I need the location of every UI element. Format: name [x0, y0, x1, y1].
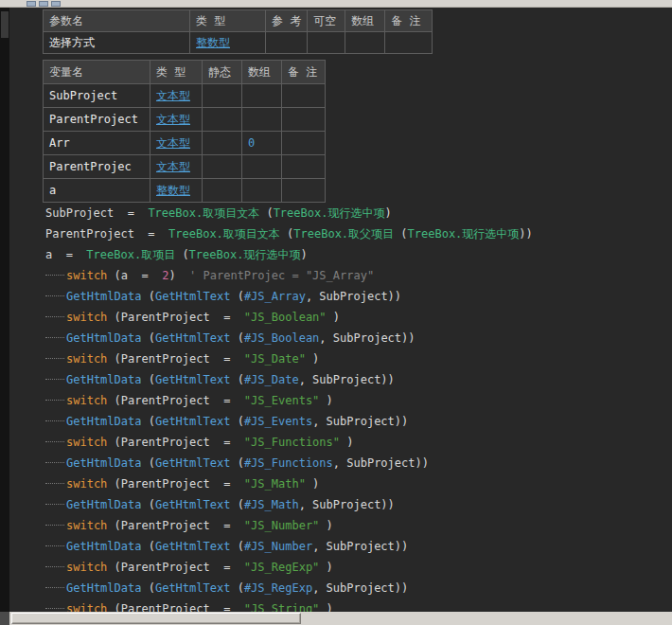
var-cell-static[interactable]	[203, 108, 242, 132]
code-token: , SubProject))	[333, 456, 429, 470]
code-area[interactable]: SubProject = TreeBox.取项目文本 (TreeBox.现行选中…	[45, 203, 670, 612]
code-token: (ParentProject =	[107, 602, 244, 612]
code-token: (	[230, 540, 243, 553]
code-token: TreeBox.现行选中项	[274, 206, 385, 220]
var-cell-type[interactable]: 文本型	[150, 132, 203, 155]
code-token: "JS_Math"	[244, 477, 306, 491]
code-line[interactable]: switch (ParentProject = "JS_Events" )	[45, 390, 670, 411]
code-line[interactable]: switch (ParentProject = "JS_Functions" )	[45, 432, 670, 453]
code-token: SubProject =	[45, 206, 148, 220]
var-cell-type[interactable]: 文本型	[150, 155, 203, 179]
code-token: (	[141, 331, 154, 345]
code-token: #JS_Number	[244, 540, 312, 553]
var-cell-static[interactable]	[203, 179, 242, 203]
code-line[interactable]: GetHtmlData (GetHtmlText (#JS_Events, Su…	[45, 411, 670, 432]
code-token: (	[141, 373, 154, 386]
code-line[interactable]: switch (ParentProject = "JS_RegExp" )	[45, 557, 670, 578]
code-token: GetHtmlText	[155, 415, 230, 428]
var-cell-remark[interactable]	[282, 155, 326, 179]
var-cell-array[interactable]	[242, 84, 282, 108]
code-token: )	[319, 519, 332, 532]
var-row: Arr 文本型 0	[44, 132, 326, 155]
code-token: "JS_Date"	[244, 352, 306, 366]
param-cell-type[interactable]: 整数型	[190, 32, 266, 54]
var-cell-type[interactable]: 整数型	[150, 179, 203, 203]
param-cell-nullable[interactable]	[308, 32, 345, 54]
code-token: )	[300, 248, 307, 261]
code-line[interactable]: switch (ParentProject = "JS_Number" )	[45, 515, 670, 536]
code-token: (	[141, 498, 154, 511]
var-cell-name[interactable]: ParentProject	[44, 108, 150, 132]
param-header-remark: 备 注	[385, 10, 433, 32]
var-cell-static[interactable]	[203, 132, 242, 155]
code-line[interactable]: switch (ParentProject = "JS_Boolean" )	[45, 307, 670, 328]
indent-guide-icon	[45, 566, 64, 567]
code-line[interactable]: GetHtmlData (GetHtmlText (#JS_Functions,…	[45, 453, 670, 473]
indent-guide-icon	[45, 504, 64, 505]
code-token: switch	[66, 602, 107, 612]
code-line[interactable]: switch (ParentProject = "JS_Math" )	[45, 473, 670, 494]
code-editor[interactable]: 参数名 类 型 参 考 可空 数组 备 注 选择方式 整数型	[9, 8, 672, 612]
var-cell-array[interactable]	[242, 155, 282, 179]
mini-toolbar-icon[interactable]	[39, 1, 48, 7]
vertical-scrollbar-thumb[interactable]	[1, 11, 9, 38]
indent-guide-icon	[45, 358, 64, 359]
code-line[interactable]: GetHtmlData (GetHtmlText (#JS_Array, Sub…	[45, 286, 670, 307]
code-line[interactable]: switch (ParentProject = "JS_String" )	[45, 598, 670, 612]
var-cell-type[interactable]: 文本型	[150, 84, 203, 108]
code-token: GetHtmlData	[66, 581, 141, 595]
code-line[interactable]: GetHtmlData (GetHtmlText (#JS_Date, SubP…	[45, 369, 670, 390]
var-cell-static[interactable]	[203, 155, 242, 179]
var-cell-remark[interactable]	[282, 132, 326, 155]
code-line[interactable]: a = TreeBox.取项目 (TreeBox.现行选中项)	[45, 244, 670, 265]
code-line[interactable]: GetHtmlData (GetHtmlText (#JS_Boolean, S…	[45, 328, 670, 348]
code-token: GetHtmlText	[155, 373, 230, 386]
code-token: (ParentProject =	[107, 436, 244, 449]
code-token: TreeBox.现行选中项	[408, 227, 520, 241]
var-cell-name[interactable]: SubProject	[44, 84, 150, 108]
code-token: "JS_Functions"	[244, 436, 340, 449]
param-cell-name[interactable]: 选择方式	[44, 32, 190, 54]
code-line[interactable]: switch (a = 2) ' ParentProjec = "JS_Arra…	[45, 265, 670, 286]
code-token: "JS_Events"	[244, 394, 319, 407]
var-header-static: 静态	[203, 61, 242, 84]
var-cell-remark[interactable]	[282, 84, 326, 108]
horizontal-scrollbar-thumb[interactable]	[11, 613, 301, 624]
code-token: (ParentProject =	[107, 311, 244, 324]
code-token: "JS_Number"	[244, 519, 319, 532]
param-cell-ref[interactable]	[266, 32, 308, 54]
var-cell-name[interactable]: Arr	[44, 132, 150, 155]
code-token: )	[327, 311, 340, 324]
vertical-scrollbar[interactable]	[0, 8, 9, 612]
horizontal-scrollbar[interactable]	[0, 612, 672, 625]
var-cell-name[interactable]: ParentProjec	[44, 155, 150, 179]
param-cell-remark[interactable]	[385, 32, 433, 54]
code-line[interactable]: switch (ParentProject = "JS_Date" )	[45, 348, 670, 369]
var-cell-remark[interactable]	[282, 108, 326, 132]
var-cell-name[interactable]: a	[44, 179, 150, 203]
code-line[interactable]: GetHtmlData (GetHtmlText (#JS_RegExp, Su…	[45, 578, 670, 598]
indent-guide-icon	[45, 462, 64, 463]
code-line[interactable]: SubProject = TreeBox.取项目文本 (TreeBox.现行选中…	[45, 203, 670, 223]
code-token: (	[230, 415, 243, 428]
var-cell-type[interactable]: 文本型	[150, 108, 203, 132]
code-token: )	[306, 352, 319, 366]
var-cell-static[interactable]	[203, 84, 242, 108]
code-token: (	[141, 540, 154, 553]
mini-toolbar-icon[interactable]	[51, 1, 61, 7]
code-token: switch	[66, 311, 107, 324]
var-header-remark: 备 注	[282, 61, 326, 84]
mini-toolbar-icon[interactable]	[27, 1, 36, 7]
var-cell-array[interactable]	[242, 179, 282, 203]
code-token: (	[141, 581, 154, 595]
code-token: TreeBox.现行选中项	[189, 248, 301, 261]
var-cell-array[interactable]: 0	[242, 132, 282, 155]
code-token: "JS_RegExp"	[244, 561, 319, 574]
code-line[interactable]: GetHtmlData (GetHtmlText (#JS_Math, SubP…	[45, 494, 670, 515]
param-cell-array[interactable]	[345, 32, 385, 54]
var-cell-array[interactable]	[242, 108, 282, 132]
code-line[interactable]: ParentProject = TreeBox.取项目文本 (TreeBox.取…	[45, 223, 670, 244]
var-cell-remark[interactable]	[282, 179, 326, 203]
code-line[interactable]: GetHtmlData (GetHtmlText (#JS_Number, Su…	[45, 536, 670, 557]
code-token: (ParentProject =	[107, 519, 244, 532]
